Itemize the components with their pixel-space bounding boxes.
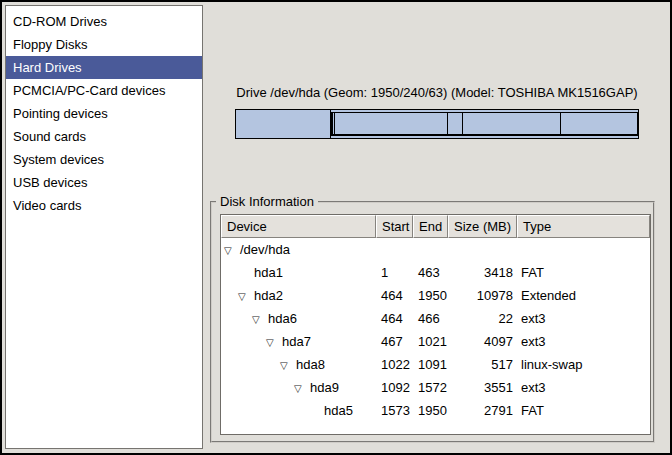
expander-icon[interactable]: ▽ xyxy=(252,308,268,330)
expander-icon[interactable]: ▽ xyxy=(224,239,240,261)
expander-icon[interactable]: ▽ xyxy=(294,377,310,399)
cell-end: 466 xyxy=(413,307,448,330)
table-row-hda5[interactable]: hda5157319502791FAT xyxy=(221,399,650,422)
cell-start: 467 xyxy=(376,330,413,353)
sidebar-item-floppy-disks[interactable]: Floppy Disks xyxy=(6,33,202,56)
extended-partition-box xyxy=(331,112,638,136)
cell-end: 1091 xyxy=(413,353,448,376)
main-panel: Drive /dev/hda (Geom: 1950/240/63) (Mode… xyxy=(204,4,668,451)
hardware-browser-window: CD-ROM DrivesFloppy DisksHard DrivesPCMC… xyxy=(0,0,672,455)
cell-start: 464 xyxy=(376,284,413,307)
partition-segment-hda9 xyxy=(462,113,560,134)
device-name: /dev/hda xyxy=(240,242,290,257)
cell-type xyxy=(517,238,650,261)
cell-end: 1950 xyxy=(413,284,448,307)
table-row-hda6[interactable]: ▽hda646446622ext3 xyxy=(221,307,650,330)
cell-type: FAT xyxy=(517,399,650,422)
column-header-size-mb-[interactable]: Size (MB) xyxy=(448,215,517,238)
cell-size-mb: 10978 xyxy=(448,284,517,307)
cell-type: FAT xyxy=(517,261,650,284)
table-row-hda2[interactable]: ▽hda2464195010978Extended xyxy=(221,284,650,307)
partition-segment-hda8 xyxy=(447,113,462,134)
device-name: hda9 xyxy=(310,380,339,395)
column-header-device[interactable]: Device xyxy=(221,215,376,238)
cell-end xyxy=(413,238,448,261)
table-row-hda8[interactable]: ▽hda810221091517linux-swap xyxy=(221,353,650,376)
table-row--dev-hda[interactable]: ▽/dev/hda xyxy=(221,238,650,261)
device-name: hda5 xyxy=(324,403,353,418)
disk-information-title: Disk Information xyxy=(216,194,318,209)
table-row-hda9[interactable]: ▽hda9109215723551ext3 xyxy=(221,376,650,399)
sidebar-item-pointing-devices[interactable]: Pointing devices xyxy=(6,102,202,125)
cell-start: 1092 xyxy=(376,376,413,399)
device-name: hda7 xyxy=(282,334,311,349)
cell-size-mb: 22 xyxy=(448,307,517,330)
cell-type: Extended xyxy=(517,284,650,307)
cell-type: ext3 xyxy=(517,307,650,330)
cell-size-mb: 517 xyxy=(448,353,517,376)
table-row-hda1[interactable]: hda114633418FAT xyxy=(221,261,650,284)
cell-type: ext3 xyxy=(517,330,650,353)
device-name: hda6 xyxy=(268,311,297,326)
cell-start: 464 xyxy=(376,307,413,330)
cell-size-mb: 3551 xyxy=(448,376,517,399)
column-header-start[interactable]: Start xyxy=(376,215,413,238)
partition-segment-hda1 xyxy=(236,110,331,138)
sidebar-item-sound-cards[interactable]: Sound cards xyxy=(6,125,202,148)
sidebar-item-system-devices[interactable]: System devices xyxy=(6,148,202,171)
partition-segment-hda7 xyxy=(334,113,447,134)
device-name: hda2 xyxy=(254,288,283,303)
cell-size-mb: 4097 xyxy=(448,330,517,353)
device-name: hda8 xyxy=(296,357,325,372)
disk-table-header: DeviceStartEndSize (MB)Type xyxy=(221,215,650,238)
partition-segment-hda5 xyxy=(560,113,637,134)
disk-table: DeviceStartEndSize (MB)Type ▽/dev/hdahda… xyxy=(220,214,651,435)
cell-end: 1021 xyxy=(413,330,448,353)
sidebar-item-usb-devices[interactable]: USB devices xyxy=(6,171,202,194)
device-name: hda1 xyxy=(254,265,283,280)
expander-icon[interactable]: ▽ xyxy=(280,354,296,376)
disk-table-body: ▽/dev/hdahda114633418FAT▽hda246419501097… xyxy=(221,238,650,422)
cell-type: ext3 xyxy=(517,376,650,399)
sidebar-item-hard-drives[interactable]: Hard Drives xyxy=(6,56,202,79)
cell-end: 1572 xyxy=(413,376,448,399)
cell-start: 1573 xyxy=(376,399,413,422)
cell-end: 463 xyxy=(413,261,448,284)
sidebar-item-cd-rom-drives[interactable]: CD-ROM Drives xyxy=(6,10,202,33)
column-header-end[interactable]: End xyxy=(413,215,448,238)
device-category-list: CD-ROM DrivesFloppy DisksHard DrivesPCMC… xyxy=(5,5,203,449)
expander-icon[interactable]: ▽ xyxy=(266,331,282,353)
drive-label: Drive /dev/hda (Geom: 1950/240/63) (Mode… xyxy=(235,85,639,100)
cell-type: linux-swap xyxy=(517,353,650,376)
partition-bar xyxy=(235,109,639,139)
cell-start: 1022 xyxy=(376,353,413,376)
cell-start: 1 xyxy=(376,261,413,284)
cell-size-mb: 3418 xyxy=(448,261,517,284)
cell-size-mb: 2791 xyxy=(448,399,517,422)
sidebar-item-pcmcia-pc-card-devices[interactable]: PCMCIA/PC-Card devices xyxy=(6,79,202,102)
cell-end: 1950 xyxy=(413,399,448,422)
cell-start xyxy=(376,238,413,261)
cell-size-mb xyxy=(448,238,517,261)
column-header-type[interactable]: Type xyxy=(517,215,650,238)
expander-icon[interactable]: ▽ xyxy=(238,285,254,307)
table-row-hda7[interactable]: ▽hda746710214097ext3 xyxy=(221,330,650,353)
sidebar-item-video-cards[interactable]: Video cards xyxy=(6,194,202,217)
